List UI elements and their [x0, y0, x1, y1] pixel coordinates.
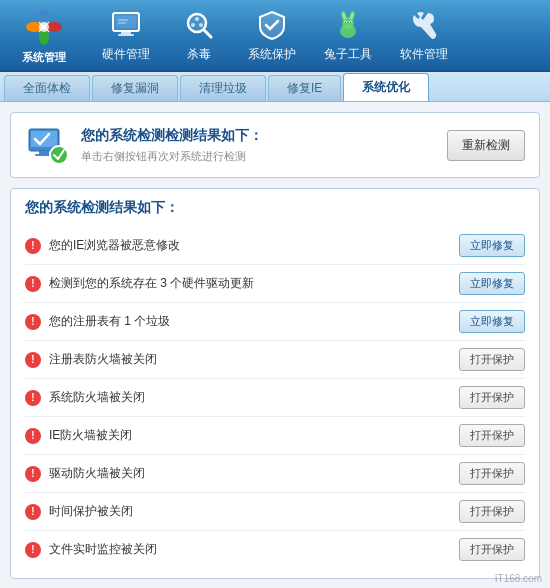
action-btn-r3[interactable]: 立即修复	[459, 310, 525, 333]
result-text-r7: 驱动防火墙被关闭	[49, 465, 459, 482]
svg-point-18	[199, 23, 203, 27]
action-btn-r9[interactable]: 打开保护	[459, 538, 525, 561]
nav-item-kill-label: 杀毒	[187, 46, 211, 63]
svg-rect-8	[121, 31, 131, 34]
result-item-r7: !驱动防火墙被关闭打开保护	[25, 455, 525, 493]
result-text-r1: 您的IE浏览器被恶意修改	[49, 237, 459, 254]
shield-icon	[254, 7, 290, 43]
svg-line-15	[204, 30, 211, 37]
tab-repair-hotfix[interactable]: 修复漏洞	[92, 75, 178, 101]
nav-item-software[interactable]: 软件管理	[386, 1, 462, 69]
nav-item-rabbit-label: 兔子工具	[324, 46, 372, 63]
svg-point-5	[39, 22, 49, 32]
main-content: 您的系统检测检测结果如下： 单击右侧按钮再次对系统进行检测 重新检测 您的系统检…	[0, 102, 550, 588]
action-btn-r5[interactable]: 打开保护	[459, 386, 525, 409]
result-item-r4: !注册表防火墙被关闭打开保护	[25, 341, 525, 379]
result-item-r3: !您的注册表有 1 个垃圾立即修复	[25, 303, 525, 341]
action-btn-r7[interactable]: 打开保护	[459, 462, 525, 485]
result-item-r9: !文件实时监控被关闭打开保护	[25, 531, 525, 568]
nav-item-hardware-label: 硬件管理	[102, 46, 150, 63]
top-nav: 系统管理 硬件管理	[0, 0, 550, 72]
summary-subtitle: 单击右侧按钮再次对系统进行检测	[81, 149, 447, 164]
warning-icon-r5: !	[25, 390, 41, 406]
nav-item-protection-label: 系统保护	[248, 46, 296, 63]
logo-icon	[23, 6, 65, 48]
warning-icon-r1: !	[25, 238, 41, 254]
result-text-r3: 您的注册表有 1 个垃圾	[49, 313, 459, 330]
action-btn-r2[interactable]: 立即修复	[459, 272, 525, 295]
result-item-r8: !时间保护被关闭打开保护	[25, 493, 525, 531]
svg-point-17	[191, 23, 195, 27]
svg-point-16	[195, 17, 199, 21]
svg-point-28	[350, 22, 351, 23]
watermark: IT168.com	[495, 573, 542, 584]
action-btn-r6[interactable]: 打开保护	[459, 424, 525, 447]
tab-clean-junk[interactable]: 清理垃圾	[180, 75, 266, 101]
svg-rect-10	[116, 16, 136, 28]
recheck-button[interactable]: 重新检测	[447, 130, 525, 161]
wrench-icon	[406, 7, 442, 43]
result-text-r5: 系统防火墙被关闭	[49, 389, 459, 406]
result-item-r2: !检测到您的系统存在 3 个硬件驱动更新立即修复	[25, 265, 525, 303]
warning-icon-r9: !	[25, 542, 41, 558]
logo-area: 系统管理	[8, 6, 80, 65]
result-text-r2: 检测到您的系统存在 3 个硬件驱动更新	[49, 275, 459, 292]
svg-point-33	[50, 146, 68, 164]
results-section: 您的系统检测结果如下： !您的IE浏览器被恶意修改立即修复!检测到您的系统存在 …	[10, 188, 540, 579]
svg-point-27	[345, 22, 346, 23]
nav-item-hardware[interactable]: 硬件管理	[88, 1, 164, 69]
summary-icon	[25, 123, 69, 167]
results-list: !您的IE浏览器被恶意修改立即修复!检测到您的系统存在 3 个硬件驱动更新立即修…	[25, 227, 525, 568]
nav-item-kill[interactable]: 杀毒	[164, 1, 234, 69]
warning-icon-r4: !	[25, 352, 41, 368]
result-item-r5: !系统防火墙被关闭打开保护	[25, 379, 525, 417]
result-text-r9: 文件实时监控被关闭	[49, 541, 459, 558]
monitor-icon	[108, 7, 144, 43]
svg-rect-9	[118, 34, 134, 36]
action-btn-r8[interactable]: 打开保护	[459, 500, 525, 523]
logo-text: 系统管理	[22, 50, 66, 65]
nav-item-rabbit[interactable]: 兔子工具	[310, 1, 386, 69]
results-title: 您的系统检测结果如下：	[25, 199, 525, 217]
warning-icon-r3: !	[25, 314, 41, 330]
action-btn-r1[interactable]: 立即修复	[459, 234, 525, 257]
rabbit-icon	[330, 7, 366, 43]
result-text-r6: IE防火墙被关闭	[49, 427, 459, 444]
summary-title: 您的系统检测检测结果如下：	[81, 127, 447, 145]
nav-item-software-label: 软件管理	[400, 46, 448, 63]
tab-full-check[interactable]: 全面体检	[4, 75, 90, 101]
result-text-r4: 注册表防火墙被关闭	[49, 351, 459, 368]
nav-item-protection[interactable]: 系统保护	[234, 1, 310, 69]
result-item-r6: !IE防火墙被关闭打开保护	[25, 417, 525, 455]
action-btn-r4[interactable]: 打开保护	[459, 348, 525, 371]
summary-box: 您的系统检测检测结果如下： 单击右侧按钮再次对系统进行检测 重新检测	[10, 112, 540, 178]
tab-sys-optimize[interactable]: 系统优化	[343, 73, 429, 101]
result-item-r1: !您的IE浏览器被恶意修改立即修复	[25, 227, 525, 265]
warning-icon-r8: !	[25, 504, 41, 520]
tab-repair-ie[interactable]: 修复IE	[268, 75, 341, 101]
warning-icon-r7: !	[25, 466, 41, 482]
tab-bar: 全面体检 修复漏洞 清理垃圾 修复IE 系统优化	[0, 72, 550, 102]
summary-text: 您的系统检测检测结果如下： 单击右侧按钮再次对系统进行检测	[81, 127, 447, 164]
result-text-r8: 时间保护被关闭	[49, 503, 459, 520]
kill-icon	[181, 7, 217, 43]
warning-icon-r6: !	[25, 428, 41, 444]
svg-rect-31	[39, 151, 49, 154]
warning-icon-r2: !	[25, 276, 41, 292]
